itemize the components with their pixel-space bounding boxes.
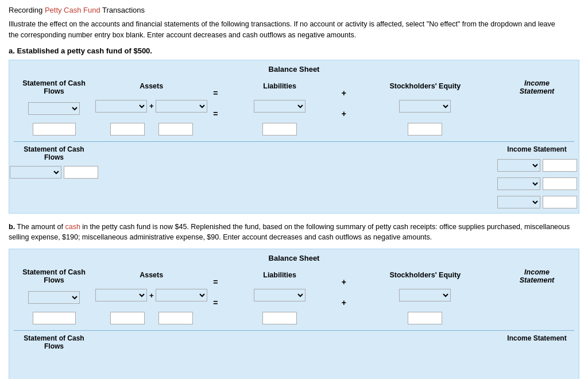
table-a: Balance Sheet Statement of Cash Flows As… (9, 60, 579, 214)
plus-a1: + (337, 98, 351, 118)
plus-assets-a: + (149, 102, 154, 110)
liabilities-input-b[interactable] (262, 312, 297, 324)
assets-input-2b[interactable] (158, 312, 193, 324)
scf-input-b[interactable] (33, 312, 76, 324)
assets-select-2a[interactable]: No effectCashPetty CashSupplies (156, 100, 207, 113)
plus-sign-a: + (337, 77, 351, 98)
assets-input-col-b: No effectCashPetty CashSupplies + No eff… (94, 287, 208, 307)
scf-select-2a[interactable]: No effectOperatingInvestingFinancing (10, 166, 61, 179)
equity-header-a: Stockholders' Equity (351, 82, 500, 92)
plus-assets-b: + (149, 291, 154, 300)
equity-input-col-b: No effectRetained Earnings (351, 287, 500, 307)
income-label-a: Income Statement (507, 145, 566, 153)
liabilities-num-col-b (222, 310, 336, 327)
equity-select-b[interactable]: No effectRetained Earnings (399, 289, 451, 301)
liabilities-header-b: Liabilities (222, 271, 336, 281)
scf-second-col-a: Statement of Cash Flows No effectOperati… (14, 145, 94, 179)
input-row-1-b: No effectOperatingInvestingFinancing No … (14, 287, 574, 307)
scf-second-col-b: Statement of Cash Flows (14, 334, 94, 354)
input-row-1-a: No effectOperatingInvestingFinancing No … (14, 98, 574, 118)
assets-select-2b[interactable]: No effectCashPetty CashSupplies (156, 289, 207, 301)
income-header-b: IncomeStatement (500, 268, 574, 284)
scf-num-col-a (14, 121, 94, 138)
middle-spacer-b (94, 334, 500, 379)
income-second-col-b: Income Statement (500, 334, 574, 345)
scf-second-label-b: Statement of Cash Flows (14, 334, 94, 350)
liabilities-input-col-b: No effect (222, 287, 336, 307)
equity-input-col-a: No effectRetained Earnings (351, 98, 500, 118)
assets-input-col-a: No effectCashPetty CashSupplies + No eff… (94, 98, 208, 118)
income-header-a: IncomeStatement (500, 79, 574, 95)
table-b: Balance Sheet Statement of Cash Flows As… (9, 249, 579, 379)
equity-input-a[interactable] (408, 123, 442, 136)
equity-num-col-b (351, 310, 500, 327)
income-select-2a[interactable]: No effectRevenueExpense (497, 177, 540, 190)
balance-sheet-header-a: Balance Sheet (14, 65, 574, 74)
income-label-b: Income Statement (507, 334, 566, 342)
scf-input-2a[interactable] (64, 166, 98, 179)
assets-select-1a[interactable]: No effectCashPetty CashSupplies (95, 100, 147, 113)
number-row-1-a (14, 121, 574, 138)
scf-header-a: Statement of Cash Flows (14, 77, 94, 98)
equals-sign-a: = (208, 77, 222, 98)
assets-input-1a[interactable] (110, 123, 145, 136)
plus-b1: + (337, 287, 351, 307)
scf-num-col-b (14, 310, 94, 327)
scf-select-col-b: No effectOperatingInvestingFinancing (14, 287, 94, 307)
section-b-desc: b. The amount of cash in the petty cash … (9, 222, 579, 243)
income-select-3a[interactable]: No effectRevenueExpense (497, 196, 540, 208)
middle-spacer-a (94, 145, 500, 197)
divider-a (14, 141, 574, 142)
scf-input-a[interactable] (33, 123, 76, 136)
income-input-col-b (500, 287, 574, 307)
income-input-1a[interactable] (543, 159, 577, 172)
equity-header-b: Stockholders' Equity (351, 271, 500, 281)
scf-select-a[interactable]: No effectOperatingInvestingFinancing (28, 102, 80, 115)
equity-num-col-a (351, 121, 500, 138)
divider-b (14, 330, 574, 331)
second-row-a: Statement of Cash Flows No effectOperati… (14, 145, 574, 208)
liabilities-input-col-a: No effect (222, 98, 336, 118)
scf-select-b[interactable]: No effectOperatingInvestingFinancing (28, 291, 80, 304)
scf-header-b: Statement of Cash Flows (14, 266, 94, 287)
equals-sign-b: = (208, 266, 222, 287)
header-row-b: Statement of Cash Flows Assets = Liabili… (14, 266, 574, 287)
scf-select-col-a: No effectOperatingInvestingFinancing (14, 98, 94, 118)
equals-b1: = (208, 287, 222, 307)
equals-a1: = (208, 98, 222, 118)
equity-select-a[interactable]: No effectRetained Earnings (399, 100, 451, 113)
equity-input-b[interactable] (408, 312, 442, 324)
assets-num-col-b (94, 310, 208, 327)
assets-input-1b[interactable] (110, 312, 145, 324)
assets-select-1b[interactable]: No effectCashPetty CashSupplies (95, 289, 147, 301)
number-row-1-b (14, 310, 574, 327)
assets-header-b: Assets (94, 271, 208, 281)
balance-sheet-header-b: Balance Sheet (14, 254, 574, 262)
description-text: Illustrate the effect on the accounts an… (9, 19, 579, 41)
liabilities-header-a: Liabilities (222, 82, 336, 92)
petty-cash-link[interactable]: Petty Cash Fund (45, 6, 100, 14)
second-row-b: Statement of Cash Flows Income Statement (14, 334, 574, 379)
assets-header-a: Assets (94, 82, 208, 92)
liabilities-select-a[interactable]: No effect (254, 100, 305, 113)
scf-second-label-a: Statement of Cash Flows (14, 145, 94, 161)
assets-num-col-a (94, 121, 208, 138)
income-input-2a[interactable] (543, 177, 577, 190)
income-input-col-a (500, 98, 574, 118)
plus-sign-b: + (337, 266, 351, 287)
assets-input-2a[interactable] (158, 123, 193, 136)
income-select-1a[interactable]: No effectRevenueExpense (497, 159, 540, 172)
liabilities-num-col-a (222, 121, 336, 138)
income-second-col-a: Income Statement No effectRevenueExpense… (500, 145, 574, 208)
income-input-3a[interactable] (543, 196, 577, 208)
section-a-label: a. Established a petty cash fund of $500… (9, 47, 579, 55)
page-title: Recording Petty Cash Fund Transactions (9, 6, 579, 14)
header-row-a: Statement of Cash Flows Assets = Liabili… (14, 77, 574, 98)
liabilities-input-a[interactable] (262, 123, 297, 136)
liabilities-select-b[interactable]: No effect (254, 289, 305, 301)
